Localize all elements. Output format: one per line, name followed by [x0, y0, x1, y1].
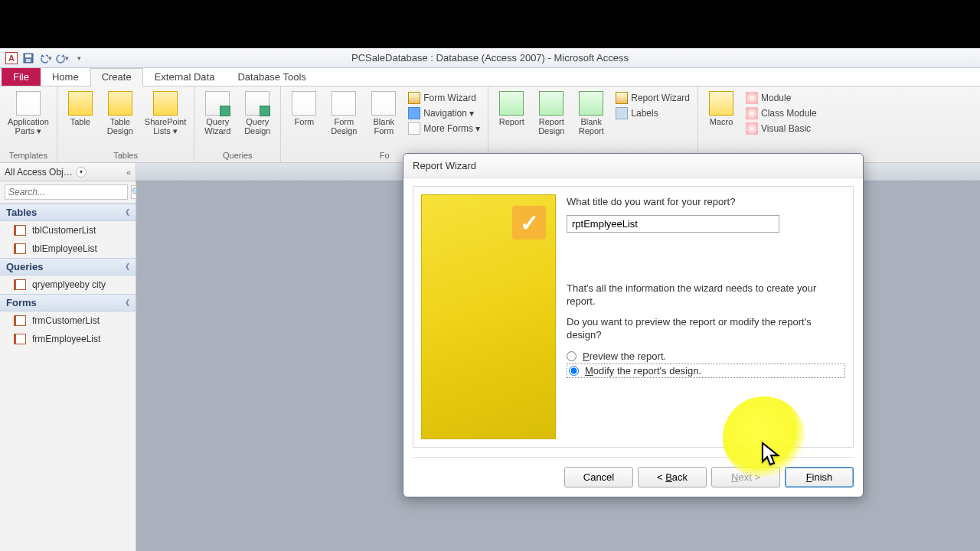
table-object-icon: [14, 243, 26, 254]
radio-modify[interactable]: MModify the report's design.odify the re…: [567, 364, 845, 378]
form-label: Form: [294, 117, 314, 126]
radio-preview-label: PPreview the report.review the report.: [583, 350, 666, 362]
category-queries[interactable]: Queries《: [0, 258, 136, 276]
blank-form-button[interactable]: Blank Form: [365, 90, 402, 137]
nav-item-qryemplyeeby-city[interactable]: qryemplyeeby city: [0, 276, 136, 294]
tab-home[interactable]: Home: [41, 68, 90, 86]
form-button[interactable]: Form: [286, 90, 322, 128]
checkmark-icon: [512, 206, 546, 240]
cancel-button[interactable]: Cancel: [564, 467, 633, 487]
macro-icon: [709, 91, 733, 116]
quick-access-toolbar: A ▾ ▾ ▾: [0, 51, 90, 65]
title-question: What title do you want for your report?: [567, 196, 845, 207]
nav-item-label: tblEmployeeList: [32, 243, 97, 254]
qat-customize-icon[interactable]: ▾: [72, 51, 86, 65]
nav-pane-header[interactable]: All Access Obj… ▾ «: [0, 163, 136, 181]
class-module-icon: [746, 107, 758, 119]
access-icon: A: [5, 52, 18, 64]
nav-item-label: frmEmployeeList: [32, 334, 100, 344]
radio-preview[interactable]: PPreview the report.review the report.: [567, 349, 845, 364]
finish-button[interactable]: FinishFinish: [785, 467, 854, 487]
report-design-icon: [539, 91, 564, 116]
report-button[interactable]: Report: [493, 90, 530, 128]
dialog-content: What title do you want for your report? …: [413, 186, 854, 448]
dialog-body: What title do you want for your report? …: [403, 178, 863, 497]
group-reports: Report Report Design Blank Report Report…: [488, 86, 698, 162]
radio-modify-input[interactable]: [569, 366, 579, 376]
info-text-2: Do you want to preview the report or mod…: [567, 315, 845, 341]
nav-item-tblemployeelist[interactable]: tblEmployeeList: [0, 240, 136, 258]
category-tables-label: Tables: [6, 207, 37, 218]
labels-button[interactable]: Labels: [612, 106, 693, 120]
form-design-button[interactable]: Form Design: [325, 90, 362, 137]
blank-report-button[interactable]: Blank Report: [573, 90, 609, 137]
svg-rect-1: [25, 54, 31, 57]
nav-search: 🔍: [0, 181, 136, 204]
table-object-icon: [14, 225, 26, 236]
redo-icon[interactable]: ▾: [55, 51, 69, 65]
nav-item-frmemployeelist[interactable]: frmEmployeeList: [0, 330, 136, 348]
form-design-icon: [332, 91, 356, 116]
query-wizard-button[interactable]: Query Wizard: [199, 90, 236, 137]
back-button[interactable]: < Back< Back: [638, 467, 707, 487]
group-macros: Macro Module Class Module Visual Basic: [698, 86, 825, 162]
application-parts-button[interactable]: Application Parts ▾: [5, 90, 52, 137]
report-design-button[interactable]: Report Design: [533, 90, 570, 137]
report-wizard-button[interactable]: Report Wizard: [612, 91, 693, 105]
ribbon-tabs: File Home Create External Data Database …: [0, 68, 980, 86]
navigation-icon: [408, 107, 420, 119]
report-wizard-label: Report Wizard: [631, 93, 690, 103]
tab-external-data[interactable]: External Data: [143, 68, 227, 86]
navigation-label: Navigation ▾: [423, 108, 474, 119]
dialog-button-row: Cancel < Back< Back Next >Next > FinishF…: [413, 457, 854, 487]
report-title-input[interactable]: [567, 215, 779, 233]
tab-create[interactable]: Create: [90, 68, 143, 86]
group-templates: Application Parts ▾ Templates: [0, 86, 57, 162]
query-design-button[interactable]: Query Design: [239, 90, 276, 137]
ribbon-body: Application Parts ▾ Templates Table Tabl…: [0, 86, 980, 163]
form-wizard-button[interactable]: Form Wizard: [405, 91, 483, 105]
info-text-1: That's all the information the wizard ne…: [567, 282, 845, 308]
application-parts-icon: [16, 91, 41, 116]
query-wizard-label: Query Wizard: [204, 117, 230, 135]
category-tables[interactable]: Tables《: [0, 204, 136, 221]
more-forms-button[interactable]: More Forms ▾: [405, 122, 483, 135]
nav-item-tblcustomerlist[interactable]: tblCustomerList: [0, 221, 136, 240]
wizard-illustration: [421, 194, 556, 439]
search-input[interactable]: [5, 184, 128, 200]
form-design-label: Form Design: [331, 117, 357, 135]
app-icon[interactable]: A: [5, 51, 18, 65]
tab-database-tools[interactable]: Database Tools: [226, 68, 317, 86]
undo-icon[interactable]: ▾: [38, 51, 52, 65]
group-forms: Form Form Design Blank Form Form Wizard …: [281, 86, 488, 162]
module-icon: [746, 92, 758, 104]
nav-item-frmcustomerlist[interactable]: frmCustomerList: [0, 311, 136, 330]
category-forms-label: Forms: [6, 297, 37, 308]
category-forms[interactable]: Forms《: [0, 294, 136, 311]
report-label: Report: [499, 117, 524, 126]
nav-item-label: tblCustomerList: [32, 225, 96, 236]
macro-button[interactable]: Macro: [703, 90, 740, 128]
tab-file[interactable]: File: [2, 68, 41, 86]
navigation-button[interactable]: Navigation ▾: [405, 106, 483, 120]
form-wizard-label: Form Wizard: [423, 93, 476, 103]
nav-item-label: qryemplyeeby city: [32, 279, 106, 290]
report-wizard-icon: [616, 92, 628, 104]
blank-report-label: Blank Report: [579, 117, 604, 135]
save-icon[interactable]: [21, 51, 35, 65]
visual-basic-label: Visual Basic: [761, 123, 811, 134]
form-wizard-icon: [408, 92, 420, 104]
report-wizard-dialog: Report Wizard What title do you want for…: [403, 153, 864, 497]
module-button[interactable]: Module: [743, 91, 820, 105]
table-button[interactable]: Table: [62, 90, 99, 128]
group-queries: Query Wizard Query Design Queries: [194, 86, 281, 162]
navigation-pane: All Access Obj… ▾ « 🔍 Tables《 tblCustome…: [0, 163, 136, 551]
visual-basic-button[interactable]: Visual Basic: [743, 122, 820, 135]
group-tables-label: Tables: [62, 150, 189, 161]
query-design-label: Query Design: [244, 117, 270, 135]
sharepoint-lists-button[interactable]: SharePoint Lists ▾: [142, 90, 189, 137]
class-module-button[interactable]: Class Module: [743, 106, 820, 120]
collapse-pane-icon[interactable]: «: [126, 168, 131, 177]
radio-preview-input[interactable]: [567, 351, 577, 361]
table-design-button[interactable]: Table Design: [102, 90, 139, 137]
